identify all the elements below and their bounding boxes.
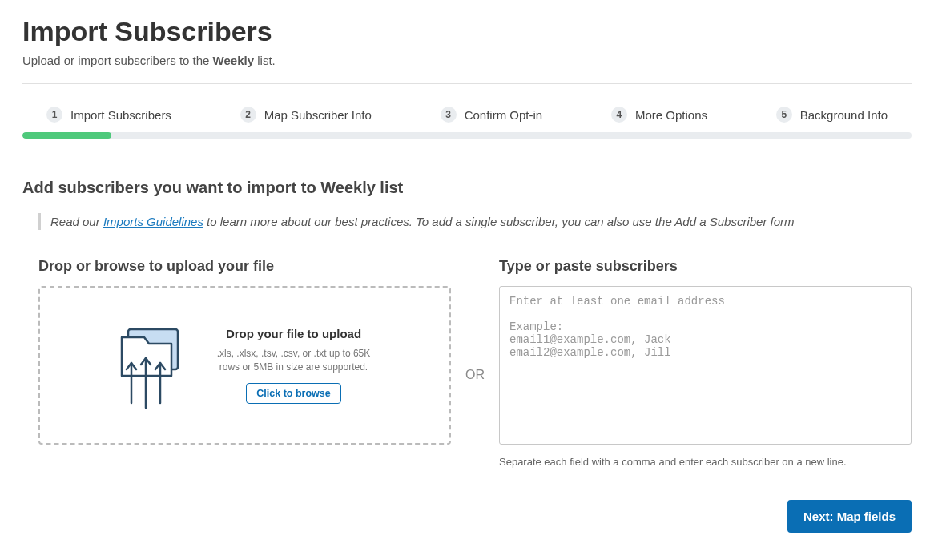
info-post: to learn more about our best practices. …	[203, 215, 795, 228]
page-title: Import Subscribers	[22, 16, 912, 47]
step-background-info[interactable]: 5 Background Info	[776, 107, 888, 123]
step-number: 4	[611, 107, 627, 123]
step-label: Import Subscribers	[70, 108, 171, 122]
browse-button[interactable]: Click to browse	[246, 383, 340, 404]
step-more-options[interactable]: 4 More Options	[611, 107, 707, 123]
upload-panel-title: Drop or browse to upload your file	[38, 258, 451, 275]
or-separator: OR	[451, 282, 499, 468]
step-label: More Options	[635, 108, 707, 122]
step-label: Confirm Opt-in	[465, 108, 543, 122]
paste-panel: Type or paste subscribers Separate each …	[499, 258, 912, 468]
step-import-subscribers[interactable]: 1 Import Subscribers	[46, 107, 171, 123]
step-number: 2	[240, 107, 256, 123]
subtitle-pre: Upload or import subscribers to the	[22, 54, 213, 67]
stepper: 1 Import Subscribers 2 Map Subscriber In…	[22, 107, 912, 123]
textarea-hint: Separate each field with a comma and ent…	[499, 456, 912, 468]
drop-heading: Drop your file to upload	[210, 327, 378, 340]
step-label: Background Info	[800, 108, 888, 122]
divider	[22, 83, 912, 84]
paste-panel-title: Type or paste subscribers	[499, 258, 912, 275]
page-subtitle: Upload or import subscribers to the Week…	[22, 54, 912, 67]
drop-subtext: .xls, .xlsx, .tsv, .csv, or .txt up to 6…	[210, 347, 378, 374]
info-pre: Read our	[50, 215, 103, 228]
or-text: OR	[465, 368, 485, 382]
info-box: Read our Imports Guidelines to learn mor…	[38, 213, 912, 230]
upload-panel: Drop or browse to upload your file	[38, 258, 451, 468]
next-button[interactable]: Next: Map fields	[787, 500, 912, 533]
subscribers-textarea[interactable]	[499, 286, 912, 445]
step-confirm-opt-in[interactable]: 3 Confirm Opt-in	[441, 107, 543, 123]
progress-track	[22, 132, 912, 139]
imports-guidelines-link[interactable]: Imports Guidelines	[103, 215, 203, 228]
subtitle-post: list.	[254, 54, 276, 67]
step-label: Map Subscriber Info	[264, 108, 372, 122]
progress-fill	[22, 132, 111, 139]
step-number: 1	[46, 107, 62, 123]
subtitle-list-name: Weekly	[213, 54, 254, 67]
section-title: Add subscribers you want to import to We…	[22, 179, 912, 197]
folder-upload-icon	[112, 321, 186, 409]
step-map-subscriber-info[interactable]: 2 Map Subscriber Info	[240, 107, 372, 123]
step-number: 3	[441, 107, 457, 123]
step-number: 5	[776, 107, 792, 123]
file-dropzone[interactable]: Drop your file to upload .xls, .xlsx, .t…	[38, 286, 451, 445]
